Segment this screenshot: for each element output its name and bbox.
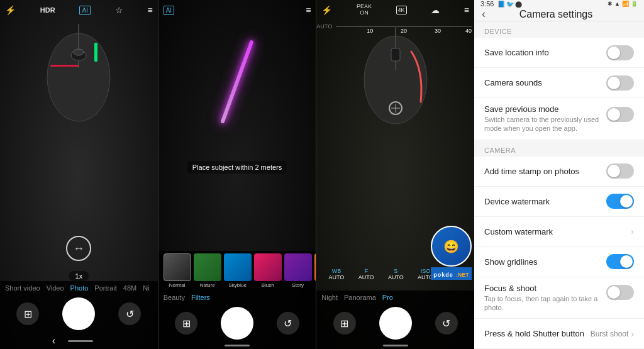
settings-item-save-mode-title: Save previous mode: [484, 104, 606, 114]
filter-thumb-5[interactable]: [314, 253, 316, 281]
cam1-controls: ⊞ ↺: [0, 295, 158, 335]
cam1-mode-ni[interactable]: Ni: [143, 284, 149, 292]
menu-icon-2[interactable]: ≡: [306, 5, 311, 15]
pokde-circle: 😄: [431, 226, 472, 267]
filter-thumb-0[interactable]: [164, 253, 191, 281]
flash-icon-1[interactable]: ⚡: [5, 5, 16, 15]
cam3-flip-btn[interactable]: ↺: [435, 312, 458, 335]
filter-label-3: Blush: [262, 282, 274, 288]
filter-thumb-2[interactable]: [224, 253, 252, 281]
statusbar-fb-icon: 📘: [497, 1, 505, 8]
filter-thumb-4[interactable]: [284, 253, 312, 281]
toggle-save-location[interactable]: [606, 45, 634, 60]
filter-thumb-1[interactable]: [194, 253, 221, 281]
cam1-mode-shortvideo[interactable]: Short video: [5, 284, 40, 292]
ai-icon-2[interactable]: AI: [164, 6, 174, 15]
toggle-gridlines[interactable]: [606, 254, 634, 269]
cam3-mode-night[interactable]: Night: [321, 294, 338, 301]
filter-item-1[interactable]: Nature: [194, 253, 221, 288]
pro-param-s[interactable]: S AUTO: [388, 268, 404, 280]
filter-thumb-3[interactable]: [254, 253, 282, 281]
cam1-nav-line: [68, 340, 93, 342]
cam2-mode-filters[interactable]: Filters: [191, 294, 210, 301]
cam2-flip-btn[interactable]: ↺: [277, 312, 299, 335]
flip-icon-1: ↺: [126, 308, 134, 320]
svg-rect-9: [391, 48, 400, 61]
settings-item-camera-sounds-content: Camera sounds: [484, 78, 606, 87]
toggle-knob-device-watermark: [620, 195, 633, 208]
filter-item-5[interactable]: Childhood: [314, 253, 316, 288]
hint-label-2: Place subject within 2 meters: [192, 163, 282, 171]
settings-item-timestamp[interactable]: Add time stamp on photos: [474, 157, 644, 187]
cam1-bottom: Short video Video Photo Portrait 48M Ni …: [0, 281, 158, 349]
ai-icon-1[interactable]: AI: [79, 6, 90, 15]
cam2-nav-row: [158, 345, 316, 349]
settings-header: ‹ Camera settings: [474, 8, 644, 21]
settings-item-gridlines[interactable]: Show gridlines: [474, 247, 644, 277]
camera-section: ⚡ HDR AI ☆ ≡: [0, 0, 474, 349]
cam1-mode-portrait[interactable]: Portrait: [94, 284, 116, 292]
cam2-gallery-btn[interactable]: ⊞: [175, 312, 197, 335]
focus-reticle-1[interactable]: ↔: [66, 236, 91, 261]
cam3-mode-panorama[interactable]: Panorama: [344, 294, 376, 301]
toggle-camera-sounds[interactable]: [606, 75, 634, 91]
filter-label-1: Nature: [200, 282, 215, 288]
pokde-text-bg: pokde .NET: [431, 267, 471, 280]
zoom-indicator-1[interactable]: 1x: [69, 271, 89, 281]
settings-item-focus-shoot[interactable]: Focus & shoot Tap to focus, then tap aga…: [474, 277, 644, 319]
toggle-device-watermark[interactable]: [606, 194, 634, 209]
cam1-shutter-btn[interactable]: [62, 297, 95, 330]
cam3-nav-line: [383, 345, 408, 346]
toggle-focus-shoot[interactable]: [606, 285, 634, 300]
cloud-icon-3[interactable]: ☁: [431, 5, 440, 15]
hdr-label-1[interactable]: HDR: [40, 6, 55, 14]
toggle-timestamp[interactable]: [606, 163, 634, 179]
filter-item-2[interactable]: Skyblue: [224, 253, 252, 288]
filter-item-3[interactable]: Blush: [254, 253, 282, 288]
chevron-hold-shutter: ›: [631, 329, 634, 339]
cam3-mode-pro[interactable]: Pro: [382, 294, 393, 301]
peak-icon-3[interactable]: PEAKON: [357, 4, 372, 16]
pro-param-wb[interactable]: WB AUTO: [329, 268, 345, 280]
back-button[interactable]: ‹: [482, 8, 486, 21]
settings-item-hold-shutter[interactable]: Press & hold Shutter button Burst shoot …: [474, 319, 644, 349]
filter-item-0[interactable]: Normal: [164, 253, 191, 288]
star-icon-1[interactable]: ☆: [115, 5, 123, 15]
settings-item-camera-sounds[interactable]: Camera sounds: [474, 68, 644, 98]
light-saber: [220, 40, 254, 124]
settings-item-device-watermark-content: Device watermark: [484, 197, 606, 206]
settings-item-device-watermark[interactable]: Device watermark: [474, 187, 644, 217]
pro-param-f[interactable]: F AUTO: [358, 268, 374, 280]
hold-shutter-value: Burst shoot: [591, 330, 629, 338]
toggle-knob-timestamp: [608, 165, 620, 177]
toggle-save-mode[interactable]: [606, 107, 634, 122]
pokde-watermark: 😄 pokde .NET: [431, 226, 472, 280]
cam3-shutter-btn[interactable]: [379, 307, 412, 340]
cam1-mode-48m[interactable]: 48M: [123, 284, 136, 292]
statusbar-left: 3:56 📘 🐦 ⬤: [480, 0, 522, 8]
menu-icon-3[interactable]: ≡: [464, 5, 469, 15]
menu-icon-1[interactable]: ≡: [147, 5, 152, 15]
cam1-mode-photo[interactable]: Photo: [70, 284, 89, 292]
cam3-controls: ⊞ ↺: [316, 304, 474, 345]
hd-icon-3[interactable]: 4K: [396, 6, 407, 14]
cam1-back-nav[interactable]: ‹: [52, 335, 55, 346]
statusbar: 3:56 📘 🐦 ⬤ ✱ ▲ 📶 🔋: [474, 0, 644, 8]
filter-item-4[interactable]: Story: [284, 253, 312, 288]
pro-param-f-name: F: [364, 268, 368, 274]
cam1-flip-btn[interactable]: ↺: [118, 302, 141, 325]
cam2-nav-line: [225, 345, 250, 346]
cam2-shutter-btn[interactable]: [221, 307, 253, 340]
cam3-gallery-btn[interactable]: ⊞: [333, 312, 356, 335]
cam3-bottom: Night Panorama Pro ⊞ ↺: [316, 291, 474, 349]
cam1-gallery-btn[interactable]: ⊞: [16, 302, 39, 325]
cam2-mode-beauty[interactable]: Beauty: [164, 294, 185, 301]
flash-icon-3[interactable]: ⚡: [321, 5, 332, 15]
settings-item-save-location[interactable]: Save location info: [474, 38, 644, 68]
camera-bg-2: AI ≡ Place subject within 2 meters Norma…: [158, 0, 316, 349]
section-device: DEVICE Save location info Camera sounds …: [474, 21, 644, 140]
hint-text-2: Place subject within 2 meters: [187, 161, 287, 174]
settings-item-custom-watermark[interactable]: Custom watermark ›: [474, 217, 644, 247]
settings-item-save-mode[interactable]: Save previous mode Switch camera to the …: [474, 98, 644, 140]
cam1-mode-video[interactable]: Video: [47, 284, 64, 292]
